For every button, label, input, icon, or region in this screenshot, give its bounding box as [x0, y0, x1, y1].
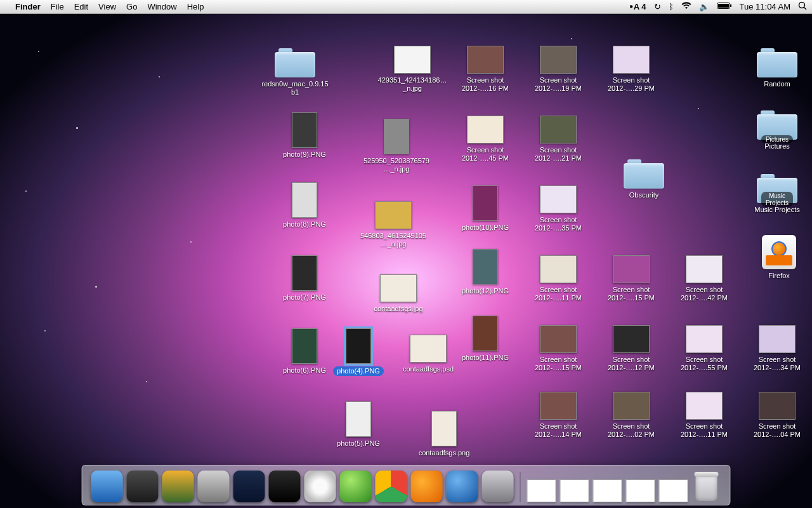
desktop-icon-ss-12pm[interactable]: Screen shot 2012-….12 PM — [599, 325, 663, 372]
desktop-icon-ss-11pm-b[interactable]: Screen shot 2012-….11 PM — [672, 392, 736, 439]
image-thumb — [292, 328, 317, 364]
menu-window[interactable]: Window — [147, 2, 176, 11]
desktop-icon-ss-16pm[interactable]: Screen shot 2012-….16 PM — [454, 46, 517, 93]
dock-app-ableton-live[interactable] — [269, 471, 301, 502]
desktop-icon-ss-29pm[interactable]: Screen shot 2012-….29 PM — [599, 46, 663, 93]
menubar: Finder File Edit View Go Window Help ⁍A … — [0, 0, 812, 14]
dock-app-itunes[interactable] — [447, 471, 478, 502]
dock-minimized-min-window-4[interactable] — [626, 479, 655, 502]
dock-app-disc-max[interactable] — [304, 471, 336, 502]
desktop-icon-429351[interactable]: 429351_424134186…_n.jpg — [381, 46, 444, 93]
image-thumb — [473, 316, 498, 351]
desktop-icon-photo12[interactable]: photo(12).PNG — [454, 249, 517, 295]
desktop-icon-ss-21pm[interactable]: Screen shot 2012-….21 PM — [527, 116, 590, 163]
image-thumb — [384, 119, 409, 154]
dock-app-chrome[interactable] — [376, 471, 407, 502]
dock-app-system-prefs[interactable] — [482, 471, 514, 502]
desktop-icon-ss-19pm[interactable]: Screen shot 2012-….19 PM — [527, 46, 590, 93]
icon-label: photo(11).PNG — [462, 354, 509, 362]
desktop-icon-random[interactable]: Random — [745, 46, 809, 88]
dock-app-photoshop[interactable] — [233, 471, 265, 502]
desktop-icon-ss-15pm-a[interactable]: Screen shot 2012-….15 PM — [599, 255, 663, 302]
desktop-icon-firefox-disk[interactable]: Firefox — [747, 235, 811, 280]
icon-label: Screen shot 2012-….35 PM — [527, 216, 590, 232]
image-thumb — [613, 255, 650, 283]
desktop-icon-photo5[interactable]: photo(5).PNG — [327, 401, 390, 448]
menu-file[interactable]: File — [51, 2, 64, 11]
dock-app-iphoto[interactable] — [162, 471, 194, 502]
icon-label: Screen shot 2012-….04 PM — [745, 422, 809, 439]
desktop-icon-ss-35pm[interactable]: Screen shot 2012-….35 PM — [527, 185, 590, 232]
desktop[interactable]: redsn0w_mac_0.9.15b1429351_424134186…_n.… — [0, 14, 812, 508]
timemachine-icon[interactable]: ↻ — [654, 2, 661, 11]
battery-icon[interactable] — [717, 2, 732, 11]
dock-minimized-min-window-3[interactable] — [593, 479, 622, 502]
image-thumb — [540, 392, 577, 420]
icon-label: Screen shot 2012-….21 PM — [527, 146, 590, 163]
svg-rect-1 — [730, 4, 731, 7]
desktop-icon-ss-34pm[interactable]: Screen shot 2012-….34 PM — [745, 325, 809, 372]
desktop-icon-ss-14pm[interactable]: Screen shot 2012-….14 PM — [527, 392, 590, 439]
menu-help[interactable]: Help — [187, 2, 204, 11]
image-thumb — [346, 328, 371, 364]
icon-label: Screen shot 2012-….55 PM — [672, 356, 736, 372]
desktop-icon-photo7[interactable]: photo(7).PNG — [273, 255, 336, 302]
desktop-icon-ss-55pm[interactable]: Screen shot 2012-….55 PM — [672, 325, 736, 372]
adobe-status-icon[interactable]: ⁍A 4 — [629, 2, 646, 11]
icon-label: Screen shot 2012-….11 PM — [672, 422, 736, 439]
desktop-icon-photo10[interactable]: photo(10).PNG — [454, 185, 517, 232]
desktop-icon-contaad-psd[interactable]: contaadfsgs.psd — [396, 335, 460, 373]
desktop-icon-ss-02pm[interactable]: Screen shot 2012-….02 PM — [599, 392, 663, 439]
spotlight-icon[interactable] — [798, 1, 807, 12]
dock-app-finder[interactable] — [91, 471, 123, 502]
desktop-icon-music-proj[interactable]: Music ProjectsMusic Projects — [745, 171, 809, 214]
desktop-icon-photo9[interactable]: photo(9).PNG — [273, 112, 336, 159]
image-thumb — [540, 325, 577, 353]
icon-label: photo(6).PNG — [283, 366, 326, 375]
icon-label: Screen shot 2012-….42 PM — [672, 286, 736, 302]
bluetooth-icon[interactable]: ᛒ — [669, 2, 674, 11]
menu-go[interactable]: Go — [126, 2, 137, 11]
dock-app-final-cut[interactable] — [198, 471, 230, 502]
dock-minimized-min-window-5[interactable] — [659, 479, 688, 502]
dock-minimized-min-window-2[interactable] — [560, 479, 589, 502]
dock-app-steam[interactable] — [127, 471, 159, 502]
clock[interactable]: Tue 11:04 AM — [740, 2, 790, 11]
svg-rect-2 — [718, 4, 729, 8]
icon-label: photo(10).PNG — [462, 224, 509, 232]
desktop-icon-ss-42pm[interactable]: Screen shot 2012-….42 PM — [672, 255, 736, 302]
desktop-icon-546803[interactable]: 546803_4615245105…_n.jpg — [362, 201, 425, 248]
dock-minimized-min-window-1[interactable] — [527, 479, 556, 502]
desktop-icon-ss-11pm-a[interactable]: Screen shot 2012-….11 PM — [527, 255, 590, 302]
desktop-icon-contaad-jpg[interactable]: contaadfsgs.jpg — [367, 274, 430, 313]
folder-icon: Music Projects — [757, 171, 797, 203]
folder-badge: Music Projects — [761, 192, 793, 207]
desktop-icon-obscurity[interactable]: Obscurity — [612, 157, 676, 199]
desktop-icon-photo4[interactable]: photo(4).PNG — [327, 328, 390, 376]
dock-trash[interactable] — [692, 471, 721, 502]
image-thumb — [540, 185, 577, 213]
icon-label: photo(12).PNG — [462, 287, 509, 295]
desktop-icon-photo11[interactable]: photo(11).PNG — [454, 316, 517, 362]
app-name[interactable]: Finder — [15, 2, 41, 11]
desktop-icon-photo8[interactable]: photo(8).PNG — [273, 182, 336, 229]
desktop-icon-contaad-png[interactable]: contaadfsgs.png — [412, 411, 476, 457]
desktop-icon-ss-15pm-b[interactable]: Screen shot 2012-….15 PM — [527, 325, 590, 372]
wifi-icon[interactable] — [681, 2, 691, 11]
image-thumb — [380, 274, 417, 302]
desktop-icon-pictures[interactable]: PicturesPictures — [745, 108, 809, 150]
menu-edit[interactable]: Edit — [74, 2, 88, 11]
desktop-icon-redsn0w[interactable]: redsn0w_mac_0.9.15b1 — [263, 46, 327, 97]
dock-app-firefox[interactable] — [411, 471, 443, 502]
menu-view[interactable]: View — [98, 2, 116, 11]
desktop-icon-ss-04pm[interactable]: Screen shot 2012-….04 PM — [745, 392, 809, 439]
icon-label: photo(4).PNG — [333, 366, 384, 376]
desktop-icon-525950[interactable]: 525950_5203876579…_n.jpg — [365, 119, 428, 173]
volume-icon[interactable]: 🔈 — [699, 2, 709, 11]
image-thumb — [431, 411, 457, 446]
icon-label: Screen shot 2012-….11 PM — [527, 286, 590, 302]
image-thumb — [613, 46, 650, 74]
desktop-icon-ss-45pm[interactable]: Screen shot 2012-….45 PM — [454, 116, 517, 163]
icon-label: Firefox — [768, 272, 790, 280]
dock-app-spotify[interactable] — [340, 471, 372, 502]
